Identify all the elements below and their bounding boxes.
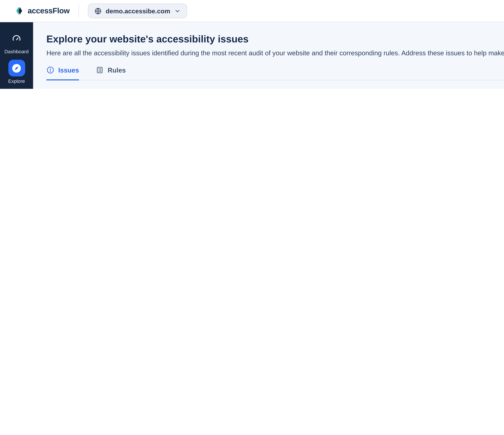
page-title: Explore your website's accessibility iss… — [46, 33, 504, 45]
domain-label: demo.accessibe.com — [106, 7, 170, 15]
rules-icon — [96, 66, 104, 74]
sidebar-item-label: Explore — [8, 78, 25, 84]
compass-icon — [11, 63, 22, 73]
sidebar-item-explore[interactable]: Explore — [0, 60, 33, 84]
page-description: Here are all the accessibility issues id… — [46, 49, 504, 57]
chevron-down-icon — [174, 8, 181, 14]
domain-selector[interactable]: demo.accessibe.com — [88, 3, 187, 18]
tab-bar: IssuesRules — [46, 66, 504, 80]
sidebar-item-label: Dashboard — [4, 49, 29, 54]
sidebar: DashboardExploreRecurringPagesJourneysAs… — [0, 22, 33, 89]
tab-rules[interactable]: Rules — [96, 66, 126, 80]
alert-octagon-icon — [46, 66, 54, 74]
topbar: accessFlow demo.accessibe.com Jr JENNY — [0, 0, 504, 22]
app-window: accessFlow demo.accessibe.com Jr JENNY — [0, 0, 504, 89]
globe-icon — [94, 7, 102, 15]
sidebar-item-dashboard[interactable]: Dashboard — [0, 30, 33, 54]
tab-label: Issues — [58, 66, 79, 74]
brand: accessFlow — [15, 7, 70, 15]
tab-label: Rules — [108, 66, 126, 74]
accessflow-logo-icon — [15, 7, 24, 15]
brand-name: accessFlow — [28, 7, 70, 15]
tab-issues[interactable]: Issues — [46, 66, 79, 80]
topbar-divider — [79, 4, 79, 17]
gauge-icon — [11, 33, 22, 44]
main-content: Explore your website's accessibility iss… — [33, 22, 504, 89]
